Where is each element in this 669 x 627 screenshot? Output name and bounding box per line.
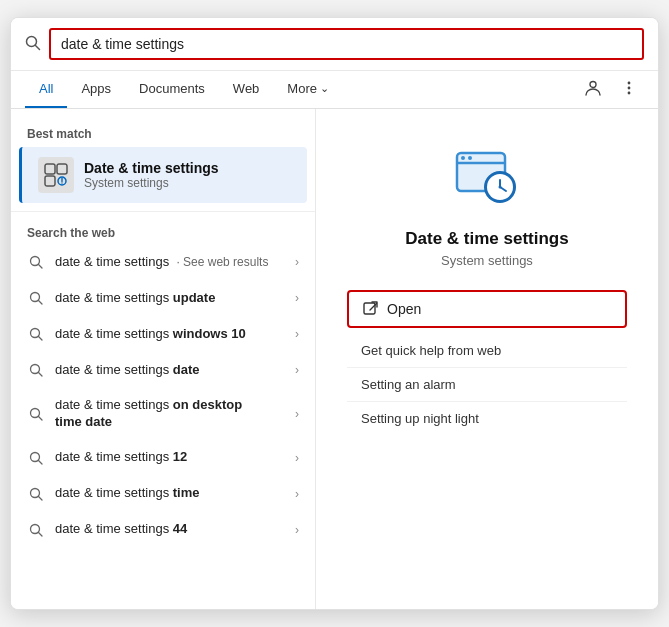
svg-point-30 <box>461 156 465 160</box>
svg-point-5 <box>628 91 631 94</box>
best-match-item[interactable]: Date & time settings System settings <box>19 147 307 203</box>
chevron-right-icon: › <box>295 291 299 305</box>
search-input[interactable] <box>49 28 644 60</box>
search-small-icon <box>27 485 45 503</box>
tab-apps[interactable]: Apps <box>67 71 125 108</box>
svg-line-27 <box>39 532 43 536</box>
best-match-text: Date & time settings System settings <box>84 160 219 190</box>
best-match-title: Date & time settings <box>84 160 219 176</box>
list-item[interactable]: date & time settings 44 › <box>11 512 315 548</box>
chevron-right-icon: › <box>295 487 299 501</box>
svg-rect-37 <box>364 303 375 314</box>
chevron-right-icon: › <box>295 407 299 421</box>
nav-tabs: All Apps Documents Web More ⌄ <box>11 71 658 109</box>
svg-rect-7 <box>57 164 67 174</box>
list-item-text: date & time settings update <box>55 290 295 307</box>
settings-icon <box>38 157 74 193</box>
svg-line-25 <box>39 496 43 500</box>
search-small-icon <box>27 253 45 271</box>
open-label: Open <box>387 301 421 317</box>
svg-point-2 <box>590 81 596 87</box>
svg-point-3 <box>628 81 631 84</box>
svg-line-23 <box>39 460 43 464</box>
svg-point-31 <box>468 156 472 160</box>
tab-web[interactable]: Web <box>219 71 274 108</box>
best-match-label: Best match <box>11 121 315 145</box>
svg-line-13 <box>39 265 43 269</box>
list-item[interactable]: date & time settings · See web results › <box>11 244 315 280</box>
open-button[interactable]: Open <box>347 290 627 328</box>
main-content: Best match Date & time settings System <box>11 109 658 609</box>
svg-line-1 <box>36 45 40 49</box>
action-link-alarm[interactable]: Setting an alarm <box>347 368 627 402</box>
app-subtitle: System settings <box>441 253 533 268</box>
list-item-text: date & time settings windows 10 <box>55 326 295 343</box>
search-small-icon <box>27 521 45 539</box>
tab-all[interactable]: All <box>25 71 67 108</box>
svg-rect-8 <box>45 176 55 186</box>
action-link-help[interactable]: Get quick help from web <box>347 334 627 368</box>
nav-right-icons <box>578 75 644 105</box>
chevron-right-icon: › <box>295 451 299 465</box>
list-item-text: date & time settings on desktoptime date <box>55 397 295 431</box>
chevron-down-icon: ⌄ <box>320 82 329 95</box>
list-item[interactable]: date & time settings update › <box>11 280 315 316</box>
app-title: Date & time settings <box>405 229 568 249</box>
list-item[interactable]: date & time settings date › <box>11 352 315 388</box>
chevron-right-icon: › <box>295 327 299 341</box>
person-icon-btn[interactable] <box>578 75 608 105</box>
list-item[interactable]: date & time settings time › <box>11 476 315 512</box>
list-item-text: date & time settings 12 <box>55 449 295 466</box>
svg-point-4 <box>628 86 631 89</box>
chevron-right-icon: › <box>295 523 299 537</box>
svg-line-15 <box>39 301 43 305</box>
search-icon <box>25 35 41 54</box>
svg-line-21 <box>39 416 43 420</box>
tab-documents[interactable]: Documents <box>125 71 219 108</box>
svg-line-17 <box>39 337 43 341</box>
list-item-text: date & time settings time <box>55 485 295 502</box>
svg-rect-6 <box>45 164 55 174</box>
chevron-right-icon: › <box>295 255 299 269</box>
chevron-right-icon: › <box>295 363 299 377</box>
search-bar <box>11 18 658 71</box>
right-actions: Open Get quick help from web Setting an … <box>347 290 627 435</box>
divider <box>11 211 315 212</box>
list-item[interactable]: date & time settings windows 10 › <box>11 316 315 352</box>
search-small-icon <box>27 449 45 467</box>
list-item-text: date & time settings · See web results <box>55 254 295 271</box>
list-item-text: date & time settings 44 <box>55 521 295 538</box>
list-item[interactable]: date & time settings on desktoptime date… <box>11 388 315 440</box>
left-panel: Best match Date & time settings System <box>11 109 316 609</box>
search-web-label: Search the web <box>11 220 315 244</box>
svg-point-36 <box>499 186 502 189</box>
search-window: All Apps Documents Web More ⌄ <box>10 17 659 610</box>
svg-point-11 <box>61 182 62 183</box>
svg-line-19 <box>39 373 43 377</box>
tab-more[interactable]: More ⌄ <box>273 71 343 108</box>
search-small-icon <box>27 289 45 307</box>
search-small-icon <box>27 325 45 343</box>
best-match-subtitle: System settings <box>84 176 219 190</box>
app-icon <box>451 141 523 213</box>
right-panel: Date & time settings System settings Ope… <box>316 109 658 609</box>
search-small-icon <box>27 361 45 379</box>
list-item[interactable]: date & time settings 12 › <box>11 440 315 476</box>
list-item-text: date & time settings date <box>55 362 295 379</box>
action-link-nightlight[interactable]: Setting up night light <box>347 402 627 435</box>
more-options-btn[interactable] <box>614 75 644 105</box>
search-small-icon <box>27 405 45 423</box>
